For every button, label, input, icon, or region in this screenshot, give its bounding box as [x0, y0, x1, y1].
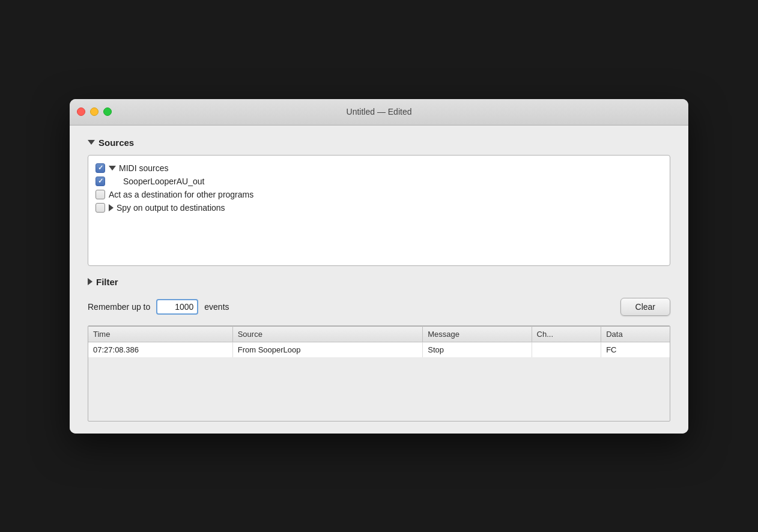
- midi-sources-row: MIDI sources: [96, 162, 662, 175]
- cell-time: 07:27:08.386: [88, 342, 232, 357]
- events-input[interactable]: [156, 299, 198, 315]
- traffic-lights: [77, 107, 112, 116]
- filter-section-label: Filter: [96, 277, 118, 287]
- cell-data: FC: [601, 342, 670, 357]
- table-row: 07:27:08.386 From SooperLoop Stop FC: [88, 342, 670, 357]
- sources-box: MIDI sources SooperLooperAU_out Act as a…: [88, 155, 670, 266]
- remember-label: Remember up to: [88, 302, 150, 312]
- col-message: Message: [423, 326, 532, 342]
- destination-checkbox[interactable]: [96, 190, 105, 199]
- sources-collapse-icon: [88, 140, 95, 145]
- main-window: Untitled — Edited Sources MIDI sources S…: [70, 99, 688, 434]
- table-body: 07:27:08.386 From SooperLoop Stop FC: [88, 342, 670, 357]
- events-table-wrapper: Time Source Message Ch... Data 07:27:08.…: [88, 325, 670, 422]
- midi-sources-label: MIDI sources: [119, 163, 168, 173]
- sooper-looper-row: SooperLooperAU_out: [96, 175, 662, 188]
- clear-button[interactable]: Clear: [620, 298, 670, 316]
- window-content: Sources MIDI sources SooperLooperAU_out …: [70, 125, 688, 434]
- cell-channel: [532, 342, 601, 357]
- spy-label: Spy on output to destinations: [117, 203, 225, 213]
- col-data: Data: [601, 326, 670, 342]
- window-title: Untitled — Edited: [347, 107, 412, 116]
- cell-message: Stop: [423, 342, 532, 357]
- cell-source: From SooperLoop: [232, 342, 423, 357]
- filter-collapse-icon: [88, 278, 92, 285]
- destination-label: Act as a destination for other programs: [109, 190, 253, 199]
- col-channel: Ch...: [532, 326, 601, 342]
- col-source: Source: [232, 326, 423, 342]
- maximize-button[interactable]: [103, 107, 112, 116]
- events-table: Time Source Message Ch... Data 07:27:08.…: [88, 326, 670, 357]
- spy-expand-icon: [109, 204, 114, 211]
- minimize-button[interactable]: [90, 107, 99, 116]
- remember-row: Remember up to events Clear: [88, 298, 670, 316]
- midi-sources-expand-icon: [109, 166, 116, 171]
- events-label: events: [204, 302, 229, 312]
- sooper-looper-checkbox[interactable]: [96, 177, 105, 186]
- titlebar: Untitled — Edited: [70, 99, 688, 125]
- sources-section-header[interactable]: Sources: [88, 138, 670, 148]
- col-time: Time: [88, 326, 232, 342]
- sooper-looper-label: SooperLooperAU_out: [123, 177, 204, 186]
- midi-sources-checkbox[interactable]: [96, 163, 105, 173]
- destination-row: Act as a destination for other programs: [96, 188, 662, 201]
- close-button[interactable]: [77, 107, 85, 116]
- spy-row: Spy on output to destinations: [96, 201, 662, 214]
- table-header: Time Source Message Ch... Data: [88, 326, 670, 342]
- sources-section-label: Sources: [99, 138, 134, 148]
- filter-section: Filter: [88, 277, 670, 287]
- table-header-row: Time Source Message Ch... Data: [88, 326, 670, 342]
- filter-section-header[interactable]: Filter: [88, 277, 670, 287]
- spy-checkbox[interactable]: [96, 203, 105, 213]
